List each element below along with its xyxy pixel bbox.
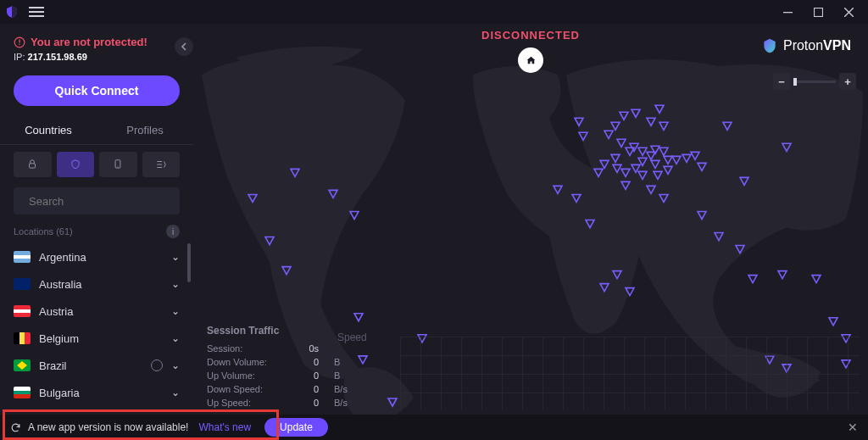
zoom-in-button[interactable]: + [839,73,856,90]
country-name: Belgium [39,332,171,345]
brand-shield-icon [761,37,778,54]
stat-unit: B/s [334,384,354,394]
server-node[interactable] [359,356,367,364]
window-minimize-button[interactable] [778,3,797,21]
update-button[interactable]: Update [264,418,328,437]
country-row-at[interactable]: Austria⌄ [0,298,193,325]
stat-value: 0s [295,343,319,354]
stat-unit: B/s [334,398,354,408]
ip-display: IP: 217.151.98.69 [14,52,180,62]
session-title: Session Traffic [207,325,354,337]
stat-label: Down Volume: [207,357,280,367]
brand-logo: ProtonVPN [761,37,851,54]
search-input[interactable] [29,195,171,208]
flag-icon [14,251,31,263]
country-name: Australia [39,278,171,291]
map-panel[interactable]: DISCONNECTED ProtonVPN − + Speed Session… [193,24,868,415]
p2p-icon [151,359,163,371]
stat-unit: B [334,370,354,381]
chevron-down-icon[interactable]: ⌄ [171,278,180,290]
locations-header: Locations (61) [14,226,73,237]
country-row-ar[interactable]: Argentina⌄ [0,243,193,270]
filter-tor[interactable] [142,152,181,177]
country-name: Bulgaria [39,387,171,399]
country-name: Brazil [39,359,151,372]
country-name: Austria [39,305,171,318]
chevron-down-icon[interactable]: ⌄ [171,251,180,263]
svg-rect-5 [30,164,36,168]
sidebar: You are not protected! IP: 217.151.98.69… [0,24,193,415]
svg-point-7 [118,166,119,167]
connection-status: You are not protected! IP: 217.151.98.69 [0,24,193,70]
server-node[interactable] [778,271,787,279]
stat-label: Up Speed: [207,398,280,408]
stat-value: 0 [295,398,319,408]
quick-connect-button[interactable]: Quick Connect [14,75,180,106]
chevron-down-icon[interactable]: ⌄ [171,332,180,344]
chevron-down-icon[interactable]: ⌄ [171,305,180,317]
chevron-down-icon[interactable]: ⌄ [171,387,180,398]
app-logo-icon [5,5,19,19]
search-field[interactable] [14,187,180,214]
server-node[interactable] [354,314,363,321]
sidebar-collapse-button[interactable] [175,37,193,56]
server-node[interactable] [350,211,359,219]
home-location-button[interactable] [518,47,543,73]
country-row-au[interactable]: Australia⌄ [0,270,193,298]
country-list[interactable]: Argentina⌄Australia⌄Austria⌄Belgium⌄Braz… [0,243,193,415]
country-row-be[interactable]: Belgium⌄ [0,325,193,352]
stat-value: 0 [295,357,319,367]
window-close-button[interactable] [839,3,858,21]
session-panel: Session Traffic Session:0sDown Volume:0B… [207,325,354,409]
update-message: A new app version is now available! [28,421,188,433]
not-protected-label: You are not protected! [31,36,147,48]
connection-state-label: DISCONNECTED [481,29,580,42]
flag-icon [14,305,31,317]
country-name: Argentina [39,251,171,264]
country-row-br[interactable]: Brazil⌄ [0,352,193,379]
server-node[interactable] [829,318,837,326]
scrollbar-thumb[interactable] [187,243,191,282]
stat-label: Down Speed: [207,384,280,394]
whats-new-link[interactable]: What's new [198,421,251,433]
svg-rect-4 [19,43,19,44]
warning-icon [14,36,25,48]
update-bar: A new app version is now available! What… [0,415,868,440]
stat-label: Session: [207,343,280,354]
server-node[interactable] [748,276,757,283]
tab-countries[interactable]: Countries [0,116,97,144]
update-dismiss-button[interactable]: ✕ [848,421,858,434]
flag-icon [14,387,31,398]
filter-p2p[interactable] [99,152,137,177]
stat-value: 0 [295,384,319,394]
svg-rect-3 [19,39,19,42]
window-maximize-button[interactable] [809,3,827,21]
filter-shield[interactable] [57,152,95,177]
svg-rect-1 [814,8,822,16]
locations-info-button[interactable]: i [166,225,180,238]
stat-label: Up Volume: [207,370,280,381]
zoom-control: − + [773,73,856,90]
stat-value: 0 [295,370,319,381]
country-row-bg[interactable]: Bulgaria⌄ [0,379,193,406]
zoom-slider[interactable] [793,81,836,83]
refresh-icon [10,422,21,433]
filter-secure-core[interactable] [14,152,52,177]
zoom-out-button[interactable]: − [773,73,790,90]
menu-button[interactable] [29,7,44,17]
server-node[interactable] [812,276,821,283]
tab-profiles[interactable]: Profiles [97,116,193,144]
speed-graph [400,337,860,409]
flag-icon [14,359,31,371]
titlebar [0,0,868,24]
chevron-down-icon[interactable]: ⌄ [171,359,180,371]
stat-unit: B [334,357,354,367]
flag-icon [14,332,31,344]
flag-icon [14,278,31,290]
svg-rect-0 [783,12,793,13]
